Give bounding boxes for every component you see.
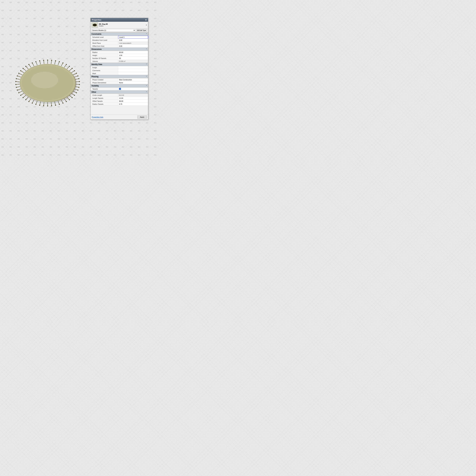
svg-line-90	[19, 73, 22, 75]
svg-point-41	[76, 92, 77, 93]
prop-phase-demolished-value[interactable]: None	[118, 81, 148, 84]
prop-schedule-level-value[interactable]: Level 1	[118, 36, 148, 38]
prop-offset-tassels-label: Offset Tassels	[91, 100, 118, 102]
section-identity-data[interactable]: Identity Data ⌃	[91, 63, 148, 66]
selector-row: Generic Models (1) ▼ ⊞ Edit Type	[91, 28, 148, 33]
svg-line-76	[19, 91, 22, 93]
svg-line-22	[69, 68, 72, 71]
prop-circle-length-label: Circle Length	[91, 94, 118, 97]
svg-point-67	[32, 103, 33, 104]
svg-line-68	[29, 99, 31, 102]
svg-point-69	[28, 101, 30, 102]
identity-toggle-icon: ⌃	[146, 64, 147, 66]
prop-length-tassels[interactable]: Length Tassels 12.00	[91, 97, 148, 100]
prop-comments[interactable]: Comments	[91, 69, 148, 72]
svg-point-29	[77, 75, 78, 76]
prop-schedule-level[interactable]: Schedule Level Level 1	[91, 36, 148, 39]
svg-point-43	[74, 95, 75, 96]
prop-volume: Volume 0.038 m³	[91, 60, 148, 63]
section-phasing[interactable]: Phasing ⌃	[91, 75, 148, 78]
section-other[interactable]: Other ⌃	[91, 90, 148, 94]
section-visibility[interactable]: Visibility ⌃	[91, 84, 148, 87]
edit-type-label: Edit Type	[139, 30, 146, 31]
svg-line-26	[73, 73, 76, 75]
svg-line-88	[17, 76, 21, 77]
prop-radius-value[interactable]: 90.00	[118, 51, 148, 54]
prop-phase-created[interactable]: Phase Created New Construction	[91, 78, 148, 81]
svg-point-57	[51, 105, 52, 106]
tassels-checkbox[interactable]: ✓	[119, 88, 121, 90]
prop-radius-tassels[interactable]: Radius Tassels 0.75	[91, 103, 148, 106]
prop-height-label: Height	[91, 54, 118, 57]
type-dropdown-arrow: ▼	[146, 24, 147, 26]
svg-line-106	[44, 60, 44, 64]
svg-point-71	[25, 99, 26, 100]
svg-line-98	[29, 64, 31, 67]
prop-phase-demolished[interactable]: Phase Demolished None	[91, 81, 148, 84]
panel-title: Properties	[92, 19, 101, 21]
svg-point-109	[93, 24, 96, 26]
properties-help-link[interactable]: Properties help	[92, 116, 103, 118]
prop-work-plane[interactable]: Work Plane <not associated>	[91, 42, 148, 45]
prop-tassels-visibility-value[interactable]: ✓	[118, 87, 148, 90]
prop-offset-from-host-value[interactable]: 0.00	[118, 45, 148, 48]
prop-image[interactable]: Image	[91, 66, 148, 69]
prop-offset-tassels[interactable]: Offset Tassels 96.00	[91, 100, 148, 103]
svg-line-78	[17, 89, 21, 90]
prop-height[interactable]: Height 1.50	[91, 54, 148, 57]
svg-point-35	[79, 84, 80, 85]
prop-radius-tassels-value[interactable]: 0.75	[118, 103, 148, 105]
svg-point-93	[20, 70, 21, 71]
close-button[interactable]: ✕	[145, 19, 147, 21]
prop-image-value[interactable]	[118, 66, 148, 69]
svg-line-16	[61, 63, 63, 66]
prop-radius-tassels-label: Radius Tassels	[91, 103, 118, 105]
prop-circle-length: Circle Length 612.00	[91, 94, 148, 97]
svg-point-63	[39, 105, 40, 106]
svg-point-91	[18, 73, 19, 74]
prop-radius[interactable]: Radius 90.00	[91, 51, 148, 54]
svg-line-14	[58, 62, 59, 65]
svg-point-79	[17, 89, 18, 91]
prop-mark[interactable]: Mark	[91, 72, 148, 75]
panel-spacer	[91, 106, 148, 115]
section-constraints[interactable]: Constraints ⌃	[91, 33, 148, 36]
prop-elevation-from-level-value[interactable]: 0.00	[118, 39, 148, 41]
prop-phase-created-label: Phase Created	[91, 78, 118, 81]
prop-elevation-from-level[interactable]: Elevation from Level 0.00	[91, 39, 148, 42]
apply-button[interactable]: Apply	[137, 116, 147, 119]
section-dimensions[interactable]: Dimensions ⌃	[91, 48, 148, 51]
prop-number-of-tassels-label: Number Of Tassels	[91, 57, 118, 60]
prop-offset-from-host[interactable]: Offset from Host 0.00	[91, 45, 148, 48]
prop-tassels-visibility[interactable]: Tassels ✓	[91, 87, 148, 90]
prop-length-tassels-label: Length Tassels	[91, 97, 118, 100]
prop-image-label: Image	[91, 66, 118, 69]
constraints-toggle-icon: ⌃	[146, 33, 147, 35]
svg-point-7	[31, 72, 58, 88]
prop-tassels-visibility-label: Tassels	[91, 87, 118, 90]
prop-offset-tassels-value[interactable]: 96.00	[118, 100, 148, 102]
prop-mark-label: Mark	[91, 72, 118, 75]
svg-point-17	[63, 63, 64, 64]
prop-volume-value: 0.038 m³	[118, 60, 148, 63]
type-name-sub: Green	[99, 25, 145, 27]
edit-type-button[interactable]: ⊞ Edit Type	[136, 29, 147, 32]
prop-number-of-tassels[interactable]: Number Of Tassels 50	[91, 57, 148, 60]
prop-height-value[interactable]: 1.50	[118, 54, 148, 57]
prop-comments-value[interactable]	[118, 69, 148, 72]
prop-mark-value[interactable]	[118, 72, 148, 75]
dimensions-toggle-icon: ⌃	[146, 48, 147, 50]
svg-point-11	[51, 60, 52, 61]
svg-point-73	[23, 97, 24, 98]
type-selector-combo[interactable]: Generic Models (1) ▼	[91, 29, 136, 32]
type-name-block: RD_Rug 08 Green	[99, 23, 145, 27]
prop-number-of-tassels-value[interactable]: 50	[118, 57, 148, 60]
panel-title-bar: Properties ✕	[91, 18, 148, 22]
prop-phase-created-value[interactable]: New Construction	[118, 78, 148, 81]
selector-value: Generic Models (1)	[92, 30, 106, 31]
svg-point-39	[77, 89, 78, 91]
panel-content[interactable]: Constraints ⌃ Schedule Level Level 1 Ele…	[91, 33, 148, 115]
svg-point-95	[23, 68, 24, 69]
prop-length-tassels-value[interactable]: 12.00	[118, 97, 148, 100]
svg-line-28	[74, 76, 78, 77]
